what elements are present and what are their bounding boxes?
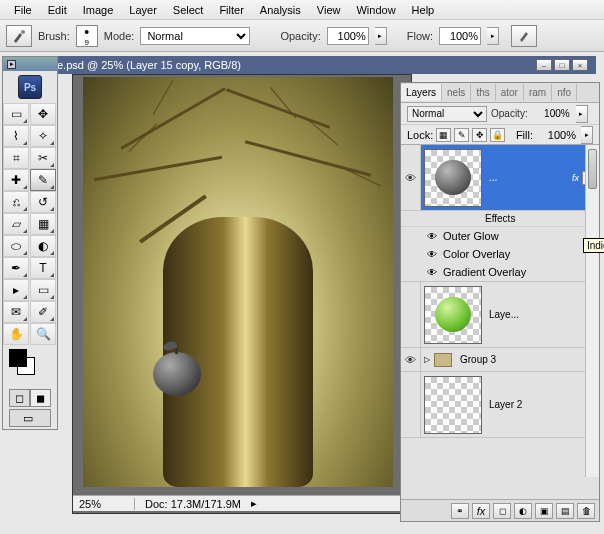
clone-stamp-tool[interactable]: ⎌ — [3, 191, 29, 213]
delete-layer-button[interactable]: 🗑 — [577, 503, 595, 519]
tab-layers[interactable]: Layers — [401, 84, 442, 101]
standard-mode-button[interactable]: ◻ — [9, 389, 30, 407]
rect-marquee-tool[interactable]: ▭ — [3, 103, 29, 125]
menu-edit[interactable]: Edit — [40, 2, 75, 18]
menu-select[interactable]: Select — [165, 2, 212, 18]
airbrush-toggle[interactable] — [511, 25, 537, 47]
eraser-tool[interactable]: ▱ — [3, 213, 29, 235]
blur-tool[interactable]: ⬭ — [3, 235, 29, 257]
effect-color-overlay[interactable]: 👁Color Overlay — [401, 245, 599, 263]
zoom-tool[interactable]: 🔍 — [30, 323, 56, 345]
menu-window[interactable]: Window — [348, 2, 403, 18]
flow-arrow[interactable]: ▸ — [487, 27, 499, 45]
layer-thumbnail[interactable] — [424, 376, 482, 434]
layer-item-green-apple[interactable]: Laye... — [401, 282, 599, 348]
effects-header: Effects — [401, 211, 599, 227]
lock-position-button[interactable]: ✥ — [472, 128, 487, 142]
toolbox-collapse-button[interactable]: ▸ — [7, 60, 16, 69]
visibility-toggle[interactable] — [401, 282, 421, 347]
menu-view[interactable]: View — [309, 2, 349, 18]
adjustment-layer-button[interactable]: ◐ — [514, 503, 532, 519]
layer-name[interactable]: ... — [485, 172, 569, 183]
opacity-arrow[interactable]: ▸ — [375, 27, 387, 45]
brush-preset-picker[interactable]: •9 — [76, 25, 98, 47]
window-close-button[interactable]: × — [572, 59, 588, 71]
notes-tool[interactable]: ✉ — [3, 301, 29, 323]
healing-brush-tool[interactable]: ✚ — [3, 169, 29, 191]
screen-mode-button[interactable]: ▭ — [9, 409, 51, 427]
layer-name[interactable]: Layer 2 — [485, 399, 599, 410]
ps-logo: Ps — [18, 75, 42, 99]
window-maximize-button[interactable]: □ — [554, 59, 570, 71]
group-expand-arrow[interactable]: ▷ — [424, 355, 430, 364]
type-tool[interactable]: T — [30, 257, 56, 279]
menu-image[interactable]: Image — [75, 2, 122, 18]
lasso-tool[interactable]: ⌇ — [3, 125, 29, 147]
visibility-toggle[interactable] — [401, 372, 421, 437]
layer-blend-mode-select[interactable]: Normal — [407, 106, 487, 122]
scrollbar-thumb[interactable] — [588, 149, 597, 189]
zoom-level[interactable]: 25% — [79, 498, 135, 510]
window-minimize-button[interactable]: – — [536, 59, 552, 71]
layer-opacity-arrow[interactable]: ▸ — [576, 105, 588, 123]
eyedropper-tool[interactable]: ✐ — [30, 301, 56, 323]
status-bar: 25% Doc: 17.3M/171.9M ▸ — [73, 495, 411, 511]
brush-tool[interactable]: ✎ — [30, 169, 56, 191]
new-layer-button[interactable]: ▤ — [556, 503, 574, 519]
lock-pixels-button[interactable]: ✎ — [454, 128, 469, 142]
dodge-tool[interactable]: ◐ — [30, 235, 56, 257]
menu-help[interactable]: Help — [404, 2, 443, 18]
shape-tool[interactable]: ▭ — [30, 279, 56, 301]
layer-thumbnail[interactable] — [424, 286, 482, 344]
effect-gradient-overlay[interactable]: 👁Gradient Overlay — [401, 263, 599, 281]
gradient-tool[interactable]: ▦ — [30, 213, 56, 235]
tab-navigator[interactable]: ator — [496, 84, 524, 101]
layer-name[interactable]: Laye... — [485, 309, 599, 320]
menu-filter[interactable]: Filter — [211, 2, 251, 18]
quick-mask-button[interactable]: ◼ — [30, 389, 51, 407]
opacity-input[interactable]: 100% — [327, 27, 369, 45]
layer-opacity-input[interactable]: 100% — [532, 106, 572, 122]
pen-tool[interactable]: ✒ — [3, 257, 29, 279]
layer-mask-button[interactable]: ◻ — [493, 503, 511, 519]
menu-layer[interactable]: Layer — [121, 2, 165, 18]
layer-item-layer2[interactable]: Layer 2 — [401, 372, 599, 438]
layer-name[interactable]: Group 3 — [456, 354, 599, 365]
history-brush-tool[interactable]: ↺ — [30, 191, 56, 213]
crop-tool[interactable]: ⌗ — [3, 147, 29, 169]
foreground-color[interactable] — [9, 349, 27, 367]
menu-file[interactable]: File — [6, 2, 40, 18]
lock-transparency-button[interactable]: ▦ — [436, 128, 451, 142]
flow-input[interactable]: 100% — [439, 27, 481, 45]
blend-mode-select[interactable]: Normal — [140, 27, 250, 45]
move-tool[interactable]: ✥ — [30, 103, 56, 125]
doc-info: Doc: 17.3M/171.9M — [145, 498, 241, 510]
visibility-toggle[interactable]: 👁 — [401, 348, 421, 371]
fill-arrow[interactable]: ▸ — [581, 126, 593, 144]
link-layers-button[interactable]: ⚭ — [451, 503, 469, 519]
visibility-toggle[interactable]: 👁 — [401, 145, 421, 210]
menu-analysis[interactable]: Analysis — [252, 2, 309, 18]
doc-info-arrow[interactable]: ▸ — [251, 497, 257, 510]
canvas[interactable] — [83, 77, 393, 487]
effect-outer-glow[interactable]: 👁Outer Glow — [401, 227, 599, 245]
tab-channels[interactable]: nels — [442, 84, 471, 101]
fill-label: Fill: — [516, 129, 533, 141]
new-group-button[interactable]: ▣ — [535, 503, 553, 519]
layer-style-button[interactable]: fx — [472, 503, 490, 519]
tool-preset-picker[interactable] — [6, 25, 32, 47]
hand-tool[interactable]: ✋ — [3, 323, 29, 345]
layer-thumbnail[interactable] — [424, 149, 482, 207]
layer-group-3[interactable]: 👁 ▷ Group 3 — [401, 348, 599, 372]
path-select-tool[interactable]: ▸ — [3, 279, 29, 301]
slice-tool[interactable]: ✂ — [30, 147, 56, 169]
layer-scrollbar[interactable] — [585, 145, 599, 477]
tab-info[interactable]: nfo — [552, 84, 577, 101]
fill-input[interactable]: 100% — [536, 129, 578, 141]
tab-paths[interactable]: ths — [471, 84, 495, 101]
magic-wand-tool[interactable]: ✧ — [30, 125, 56, 147]
lock-all-button[interactable]: 🔒 — [490, 128, 505, 142]
layer-item-selected[interactable]: 👁 ... fx ▾ — [401, 145, 599, 211]
foreground-background-swatch[interactable] — [9, 349, 51, 385]
tab-histogram[interactable]: ram — [524, 84, 552, 101]
